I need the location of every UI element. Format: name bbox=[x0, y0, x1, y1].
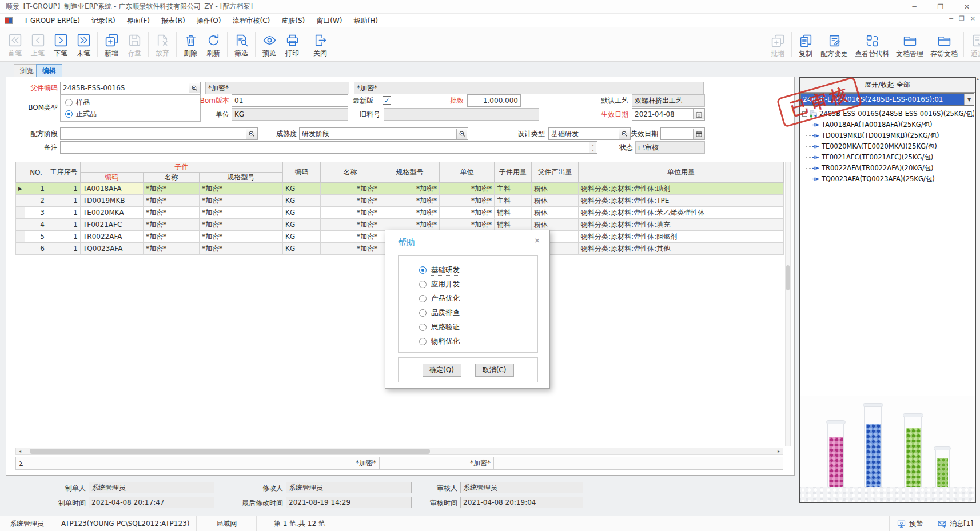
latest-version-checkbox[interactable]: ✓ bbox=[383, 96, 391, 105]
column-header[interactable]: 工序序号 bbox=[47, 162, 81, 183]
table-cell[interactable]: *加密* bbox=[321, 243, 380, 255]
menu-item-4[interactable]: 操作(O) bbox=[191, 14, 227, 27]
table-cell[interactable]: 辅料 bbox=[495, 207, 532, 219]
table-cell[interactable]: *加密* bbox=[144, 219, 200, 231]
preview-button[interactable]: 预览 bbox=[258, 29, 281, 60]
table-cell[interactable]: 主料 bbox=[495, 183, 532, 195]
tree-node-5[interactable]: TQ0023AFA(TQ0023AFA)(25KG/包) bbox=[806, 174, 974, 185]
table-cell[interactable]: *加密* bbox=[380, 183, 440, 195]
row-marker[interactable] bbox=[16, 207, 25, 219]
table-cell[interactable]: *加密* bbox=[144, 195, 200, 207]
menu-item-1[interactable]: 记录(R) bbox=[86, 14, 121, 27]
column-header[interactable]: 编码 bbox=[81, 173, 144, 183]
table-cell[interactable]: TD0019MKB bbox=[81, 195, 144, 207]
table-cell[interactable]: 1 bbox=[47, 243, 81, 255]
scroll-right-icon[interactable]: ▸ bbox=[775, 448, 783, 454]
table-cell[interactable]: 1 bbox=[47, 183, 81, 195]
scroll-left-icon[interactable]: ◂ bbox=[16, 448, 24, 454]
bom-type-option-sample[interactable]: 样品 bbox=[61, 97, 200, 108]
row-marker[interactable] bbox=[16, 219, 25, 231]
table-cell[interactable]: 粉体 bbox=[532, 195, 579, 207]
column-header[interactable]: 父件产出量 bbox=[532, 162, 579, 183]
table-cell[interactable]: *加密* bbox=[321, 231, 380, 243]
table-cell[interactable]: 物料分类:原材料:弹性体:TPE bbox=[579, 195, 784, 207]
inventory-doc-button[interactable]: 存货文档 bbox=[927, 29, 961, 60]
table-cell[interactable]: *加密* bbox=[144, 231, 200, 243]
dialog-radio-option-5[interactable]: 物料优化 bbox=[419, 334, 537, 349]
table-cell[interactable]: *加密* bbox=[144, 207, 200, 219]
tree-node-1[interactable]: TD0019MKB(TD0019MKB)(25KG/包) bbox=[806, 130, 974, 141]
lookup-icon[interactable] bbox=[246, 129, 257, 139]
column-header[interactable]: 单位用量 bbox=[579, 162, 784, 183]
column-header[interactable]: 子件 bbox=[81, 162, 283, 173]
next-button[interactable]: 下笔 bbox=[49, 29, 72, 60]
column-header[interactable]: 名称 bbox=[321, 162, 380, 183]
vertical-scrollbar[interactable] bbox=[785, 162, 791, 446]
expire-date-field[interactable] bbox=[660, 127, 705, 140]
column-header[interactable]: 单位 bbox=[440, 162, 495, 183]
table-cell[interactable]: 1 bbox=[47, 195, 81, 207]
tree-node-4[interactable]: TR0022AFA(TR0022AFA)(20KG/包) bbox=[806, 163, 974, 174]
maturity-field[interactable]: 研发阶段 bbox=[299, 127, 468, 140]
column-header[interactable]: 规格型号 bbox=[200, 173, 283, 183]
column-header[interactable]: 编码 bbox=[283, 162, 321, 183]
menu-item-7[interactable]: 窗口(W) bbox=[310, 14, 348, 27]
table-cell[interactable]: 3 bbox=[25, 207, 47, 219]
calendar-icon[interactable] bbox=[693, 109, 704, 119]
lookup-icon[interactable] bbox=[189, 83, 200, 93]
calendar-icon[interactable] bbox=[693, 129, 704, 139]
spinner-icon[interactable]: ▴▾ bbox=[589, 142, 596, 153]
batch-field[interactable]: 1,000.000 bbox=[467, 94, 521, 107]
table-cell[interactable]: *加密* bbox=[380, 195, 440, 207]
effective-date-field[interactable]: 2021-04-08 bbox=[632, 108, 705, 121]
table-cell[interactable]: 1 bbox=[47, 207, 81, 219]
formula-stage-field[interactable] bbox=[60, 127, 258, 140]
refresh-button[interactable]: 刷新 bbox=[202, 29, 225, 60]
bom-type-option-formal[interactable]: 正式品 bbox=[61, 108, 200, 119]
table-cell[interactable]: 辅料 bbox=[495, 219, 532, 231]
tree-node-0[interactable]: TA0018AFA(TA0018AFA)(25KG/包) bbox=[806, 119, 974, 130]
dialog-radio-option-3[interactable]: 品质排查 bbox=[419, 306, 537, 320]
table-cell[interactable]: KG bbox=[283, 183, 321, 195]
scrollbar-thumb[interactable] bbox=[30, 449, 430, 454]
menu-item-5[interactable]: 流程审核(C) bbox=[227, 14, 276, 27]
table-cell[interactable]: KG bbox=[283, 243, 321, 255]
menu-item-6[interactable]: 皮肤(S) bbox=[276, 14, 310, 27]
table-cell[interactable]: 物料分类:原材料:弹性体:苯乙烯类弹性体 bbox=[579, 207, 784, 219]
table-cell[interactable]: *加密* bbox=[200, 195, 283, 207]
table-cell[interactable]: KG bbox=[283, 207, 321, 219]
table-cell[interactable]: *加密* bbox=[321, 195, 380, 207]
row-marker[interactable] bbox=[16, 243, 25, 255]
tree-node-2[interactable]: TE0020MKA(TE0020MKA)(25KG/包) bbox=[806, 141, 974, 152]
substitute-button[interactable]: 查看替代料 bbox=[851, 29, 893, 60]
table-cell[interactable]: TF0021AFC bbox=[81, 219, 144, 231]
menu-item-8[interactable]: 帮助(H) bbox=[348, 14, 383, 27]
table-cell[interactable]: *加密* bbox=[440, 195, 495, 207]
table-cell[interactable]: *加密* bbox=[380, 207, 440, 219]
print-button[interactable]: 打印 bbox=[281, 29, 304, 60]
table-cell[interactable]: 6 bbox=[25, 243, 47, 255]
table-cell[interactable]: *加密* bbox=[200, 243, 283, 255]
table-cell[interactable]: 粉体 bbox=[532, 183, 579, 195]
filter-button[interactable]: 筛选 bbox=[230, 29, 253, 60]
ok-button[interactable]: 确定(Q) bbox=[423, 364, 461, 377]
row-marker[interactable] bbox=[16, 231, 25, 243]
table-cell[interactable]: *加密* bbox=[380, 219, 440, 231]
table-cell[interactable]: 5 bbox=[25, 231, 47, 243]
table-cell[interactable]: 4 bbox=[25, 219, 47, 231]
window-close-icon[interactable]: ✕ bbox=[954, 0, 980, 14]
table-cell[interactable]: TE0020MKA bbox=[81, 207, 144, 219]
scrollbar-thumb[interactable] bbox=[786, 265, 790, 290]
table-cell[interactable]: *加密* bbox=[440, 183, 495, 195]
mdi-restore-icon[interactable]: ❐ bbox=[959, 15, 965, 22]
table-row[interactable]: 21TD0019MKB*加密**加密*KG*加密**加密**加密*主料粉体物料分… bbox=[16, 195, 784, 207]
tab-edit[interactable]: 编辑 bbox=[36, 64, 62, 77]
table-cell[interactable]: 2 bbox=[25, 195, 47, 207]
table-cell[interactable]: *加密* bbox=[200, 207, 283, 219]
last-button[interactable]: 末笔 bbox=[72, 29, 95, 60]
copy-button[interactable]: 复制 bbox=[794, 29, 817, 60]
dialog-radio-option-2[interactable]: 产品优化 bbox=[419, 292, 537, 306]
window-minimize-icon[interactable]: ─ bbox=[901, 0, 927, 14]
menu-item-2[interactable]: 界面(F) bbox=[121, 14, 156, 27]
horizontal-scrollbar[interactable]: ◂ ▸ bbox=[15, 448, 783, 455]
